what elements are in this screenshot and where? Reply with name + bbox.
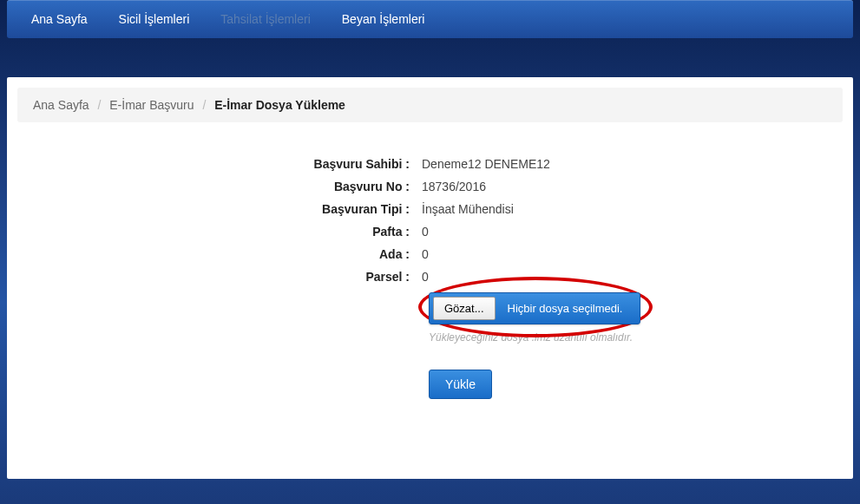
row-basvuru-no: Başvuru No : 18736/2016 — [35, 180, 825, 193]
value-parsel: 0 — [417, 270, 429, 284]
value-basvuru-sahibi: Deneme12 DENEME12 — [417, 157, 550, 171]
label-ada: Ada : — [35, 247, 417, 261]
file-hint: Yükleyeceğiniz dosya .imz uzantılı olmal… — [429, 331, 825, 344]
label-parsel: Parsel : — [35, 270, 417, 284]
nav-beyan[interactable]: Beyan İşlemleri — [326, 3, 441, 35]
file-row: Gözat... Hiçbir dosya seçilmedi. Yükleye… — [429, 292, 825, 399]
label-basvuru-no: Başvuru No : — [35, 180, 417, 193]
label-basvuru-sahibi: Başvuru Sahibi : — [35, 157, 417, 171]
nav-sicil[interactable]: Sicil İşlemleri — [103, 3, 206, 35]
breadcrumb: Ana Sayfa / E-İmar Başvuru / E-İmar Dosy… — [17, 88, 843, 122]
breadcrumb-current: E-İmar Dosya Yükleme — [214, 98, 345, 112]
row-basvuru-sahibi: Başvuru Sahibi : Deneme12 DENEME12 — [35, 157, 825, 171]
label-basvuran-tipi: Başvuran Tipi : — [35, 202, 417, 216]
value-pafta: 0 — [417, 225, 429, 239]
breadcrumb-sep: / — [202, 98, 206, 112]
breadcrumb-home[interactable]: Ana Sayfa — [33, 98, 89, 112]
row-pafta: Pafta : 0 — [35, 225, 825, 239]
nav-tahsilat: Tahsilat İşlemleri — [205, 3, 325, 35]
file-status-text: Hiçbir dosya seçilmedi. — [496, 302, 637, 315]
content-panel: Ana Sayfa / E-İmar Başvuru / E-İmar Dosy… — [7, 77, 853, 479]
value-ada: 0 — [417, 247, 429, 261]
row-parsel: Parsel : 0 — [35, 270, 825, 284]
form-container: Başvuru Sahibi : Deneme12 DENEME12 Başvu… — [17, 157, 843, 468]
row-basvuran-tipi: Başvuran Tipi : İnşaat Mühendisi — [35, 202, 825, 216]
value-basvuru-no: 18736/2016 — [417, 180, 486, 193]
label-pafta: Pafta : — [35, 225, 417, 239]
upload-button[interactable]: Yükle — [429, 370, 492, 399]
value-basvuran-tipi: İnşaat Mühendisi — [417, 202, 514, 216]
browse-button[interactable]: Gözat... — [433, 297, 496, 320]
nav-home[interactable]: Ana Sayfa — [16, 3, 103, 35]
file-picker[interactable]: Gözat... Hiçbir dosya seçilmedi. — [429, 292, 640, 324]
breadcrumb-eimar[interactable]: E-İmar Başvuru — [109, 98, 194, 112]
top-nav: Ana Sayfa Sicil İşlemleri Tahsilat İşlem… — [7, 0, 853, 38]
row-ada: Ada : 0 — [35, 247, 825, 261]
breadcrumb-sep: / — [98, 98, 102, 112]
